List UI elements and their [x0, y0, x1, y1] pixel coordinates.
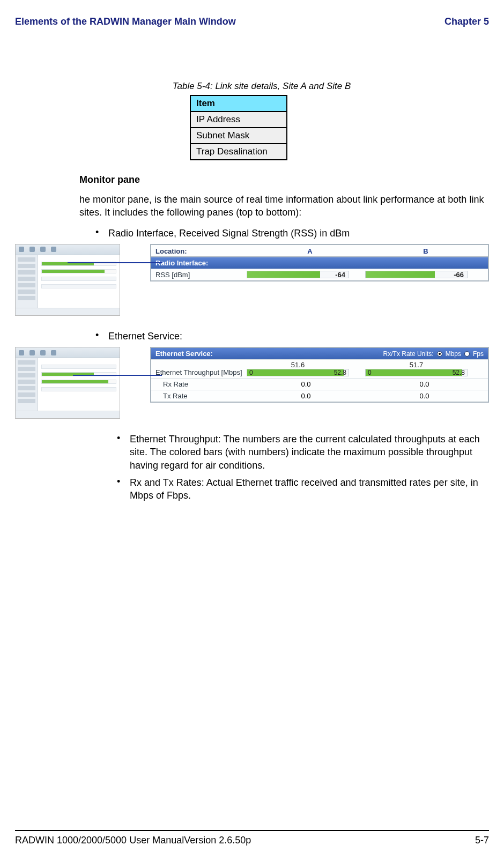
tp-b-bar: 0 51.7 52.8 — [365, 369, 468, 376]
manager-thumbnail — [15, 347, 120, 419]
ethernet-pane: Ethernet Service: Rx/Tx Rate Units: Mbps… — [150, 347, 489, 403]
table-row: IP Address — [190, 112, 287, 128]
rss-b-cell: -66 — [365, 271, 484, 278]
callout-line-icon — [73, 375, 162, 376]
ethernet-service-title: Ethernet Service: — [155, 350, 213, 358]
bullet-dot-icon: • — [95, 227, 108, 240]
footer-rule — [15, 830, 489, 831]
radio-fps[interactable] — [464, 351, 470, 357]
bullet-text: Radio Interface, Received Signal Strengt… — [108, 227, 489, 240]
intro-text: he monitor pane, is the main source of r… — [79, 193, 489, 219]
manager-thumbnail — [15, 244, 120, 316]
bullet-dot-icon: • — [117, 476, 130, 502]
tp-a-value: 51.6 — [291, 361, 305, 369]
radio-interface-bar: Radio Interface: — [151, 257, 488, 269]
tp-a-bar: 0 51.6 52.8 — [247, 369, 349, 376]
bullet-dot-icon: • — [117, 433, 130, 472]
tp-b-max: 52.8 — [453, 369, 465, 376]
unit-fps-label: Fps — [473, 350, 484, 358]
sub-bullet-rates: • Rx and Tx Rates: Actual Ethernet traff… — [117, 476, 489, 502]
rx-label: Rx Rate — [155, 380, 247, 388]
rss-b-bar: -66 — [365, 271, 468, 278]
tx-row: Tx Rate 0.0 0.0 — [151, 390, 488, 402]
footer-left: RADWIN 1000/2000/5000 User ManualVersion… — [15, 835, 251, 846]
tp-a-min: 0 — [249, 369, 253, 376]
ethernet-service-bar: Ethernet Service: Rx/Tx Rate Units: Mbps… — [151, 348, 488, 359]
bullet-radio: • Radio Interface, Received Signal Stren… — [95, 227, 489, 240]
rss-a-value: -64 — [335, 271, 345, 279]
radio-mbps[interactable] — [437, 351, 442, 357]
tp-b-cell: 0 51.7 52.8 — [365, 369, 484, 376]
figure-ethernet-service: Ethernet Service: Rx/Tx Rate Units: Mbps… — [15, 347, 489, 419]
tp-a-max: 52.8 — [334, 369, 346, 376]
header-left: Elements of the RADWIN Manager Main Wind… — [15, 16, 236, 27]
rate-units-group: Rx/Tx Rate Units: Mbps Fps — [383, 350, 484, 358]
bullet-dot-icon: • — [95, 330, 108, 343]
rx-a-value: 0.0 — [247, 380, 365, 388]
tx-b-value: 0.0 — [365, 392, 484, 400]
location-label: Location: — [155, 247, 252, 255]
tx-label: Tx Rate — [155, 392, 247, 400]
tp-b-min: 0 — [368, 369, 372, 376]
callout-line-icon — [68, 262, 162, 263]
rss-a-bar: -64 — [247, 271, 349, 278]
table-row: Subnet Mask — [190, 128, 287, 144]
item-table-header: Item — [190, 95, 287, 112]
rss-a-cell: -64 — [247, 271, 365, 278]
tp-b-value: 51.7 — [410, 361, 423, 369]
col-a-label: A — [252, 247, 368, 255]
rss-b-value: -66 — [454, 271, 464, 279]
table-row: Trap Desalination — [190, 144, 287, 160]
rss-label: RSS [dBm] — [155, 271, 247, 279]
radio-interface-title: Radio Interface: — [155, 259, 208, 267]
sub-bullet-throughput: • Ethernet Throughput: The numbers are t… — [117, 433, 489, 472]
tx-a-value: 0.0 — [247, 392, 365, 400]
header-right: Chapter 5 — [444, 16, 489, 27]
sub-bullet-text: Ethernet Throughput: The numbers are the… — [130, 433, 484, 472]
footer-right: 5-7 — [475, 835, 489, 846]
bullet-ethernet: • Ethernet Service: — [95, 330, 489, 343]
section-title: Monitor pane — [79, 174, 489, 186]
rx-row: Rx Rate 0.0 0.0 — [151, 378, 488, 390]
throughput-label: Ethernet Throughput [Mbps] — [155, 368, 247, 376]
rx-b-value: 0.0 — [365, 380, 484, 388]
item-table: Item IP Address Subnet Mask Trap Desalin… — [190, 95, 287, 160]
tp-a-cell: 0 51.6 52.8 — [247, 369, 365, 376]
page-header: Elements of the RADWIN Manager Main Wind… — [15, 16, 489, 27]
table-caption: Table 5-4: Link site details, Site A and… — [112, 81, 412, 92]
col-b-label: B — [368, 247, 484, 255]
location-header: Location: A B — [151, 245, 488, 257]
radio-pane: Location: A B Radio Interface: RSS [dBm]… — [150, 244, 489, 281]
rate-units-label: Rx/Tx Rate Units: — [383, 350, 434, 358]
sub-bullet-text: Rx and Tx Rates: Actual Ethernet traffic… — [130, 476, 484, 502]
rss-row: RSS [dBm] -64 -66 — [151, 269, 488, 280]
unit-mbps-label: Mbps — [446, 350, 461, 358]
bullet-text: Ethernet Service: — [108, 330, 489, 343]
throughput-row: Ethernet Throughput [Mbps] 0 51.6 52.8 0… — [151, 359, 488, 378]
page-footer: RADWIN 1000/2000/5000 User ManualVersion… — [15, 835, 489, 846]
figure-radio-interface: Location: A B Radio Interface: RSS [dBm]… — [15, 244, 489, 316]
